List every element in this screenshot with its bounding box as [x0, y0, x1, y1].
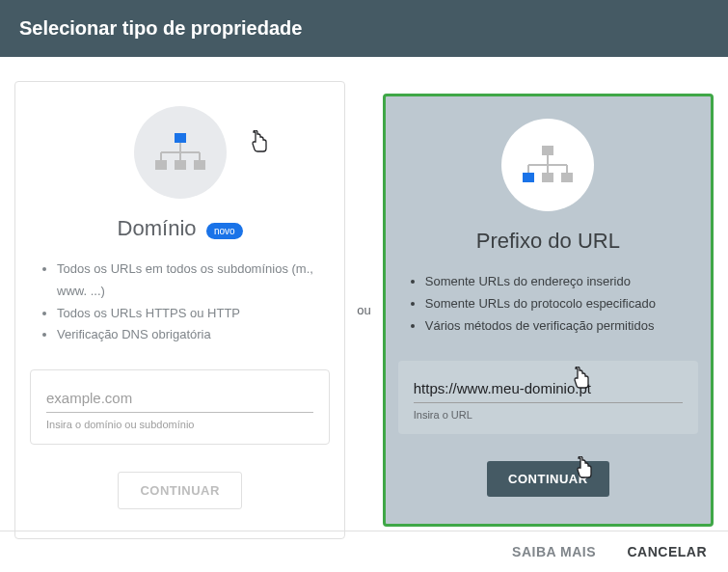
domain-feature-item: Todos os URLs em todos os subdomínios (m…	[57, 259, 330, 303]
url-continue-row: CONTINUAR	[398, 461, 698, 497]
url-icon-circle	[501, 119, 594, 211]
sitemap-icon	[521, 138, 575, 192]
url-feature-list: Somente URLs do endereço inserido Soment…	[425, 271, 698, 337]
domain-continue-button[interactable]: CONTINUAR	[118, 472, 242, 509]
domain-property-card[interactable]: Domínio novo Todos os URLs em todos os s…	[14, 81, 345, 539]
divider-or: ou	[355, 303, 372, 317]
url-title-row: Prefixo do URL	[398, 229, 698, 254]
svg-rect-9	[542, 146, 553, 155]
domain-input-box: Insira o domínio ou subdomínio	[30, 369, 330, 445]
domain-icon-circle	[134, 106, 227, 199]
svg-rect-15	[523, 173, 534, 182]
url-input-box: Insira o URL	[398, 361, 698, 434]
domain-input[interactable]	[46, 386, 313, 413]
url-continue-button[interactable]: CONTINUAR	[487, 461, 609, 497]
domain-title-row: Domínio novo	[30, 216, 330, 241]
learn-more-link[interactable]: SAIBA MAIS	[512, 544, 596, 559]
svg-rect-8	[194, 160, 205, 170]
domain-card-title: Domínio	[118, 216, 197, 241]
dialog-footer: SAIBA MAIS CANCELAR	[0, 531, 728, 572]
new-badge: novo	[206, 223, 243, 239]
url-feature-item: Somente URLs do endereço inserido	[425, 271, 698, 293]
url-input-helper: Insira o URL	[414, 409, 683, 421]
dialog-header: Selecionar tipo de propriedade	[0, 0, 728, 57]
domain-input-helper: Insira o domínio ou subdomínio	[46, 419, 313, 430]
url-feature-item: Somente URLs do protocolo especificado	[425, 293, 698, 315]
svg-rect-6	[155, 160, 167, 170]
url-prefix-property-card[interactable]: Prefixo do URL Somente URLs do endereço …	[383, 94, 714, 526]
svg-rect-16	[542, 173, 553, 182]
domain-feature-list: Todos os URLs em todos os subdomínios (m…	[57, 259, 330, 346]
svg-rect-7	[175, 160, 186, 170]
svg-rect-17	[561, 173, 573, 182]
domain-feature-item: Verificação DNS obrigatória	[57, 324, 330, 346]
cancel-button[interactable]: CANCELAR	[627, 544, 707, 559]
url-feature-item: Vários métodos de verificação permitidos	[425, 315, 698, 338]
domain-feature-item: Todos os URLs HTTPS ou HTTP	[57, 303, 330, 325]
sitemap-icon	[153, 125, 207, 179]
svg-rect-0	[175, 133, 186, 143]
url-input[interactable]	[414, 376, 683, 403]
url-card-title: Prefixo do URL	[476, 229, 620, 254]
dialog-content: Domínio novo Todos os URLs em todos os s…	[0, 57, 728, 539]
domain-continue-row: CONTINUAR	[30, 472, 330, 509]
dialog-title: Selecionar tipo de propriedade	[19, 17, 302, 39]
